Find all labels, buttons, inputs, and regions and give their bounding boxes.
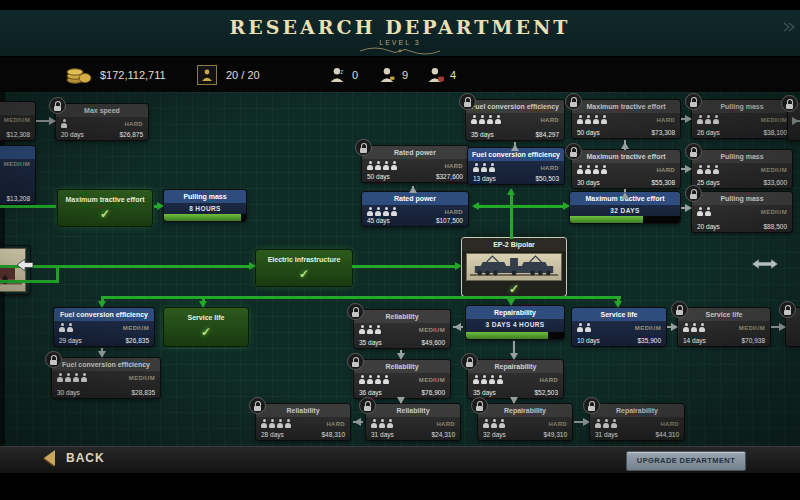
- connector-arrow: [792, 117, 800, 125]
- tech-node-ep2-bipolar[interactable]: EP-2 Bipolar✓: [462, 238, 566, 296]
- person-icon: [691, 323, 697, 332]
- tech-node-repairability-b1[interactable]: RepairabilityHARD32 days$49,310: [478, 404, 572, 440]
- tech-node-pulling-mass-t2[interactable]: Pulling massMEDIUM25 days$33,600: [692, 150, 792, 188]
- node-title: Pulling mass: [164, 190, 246, 203]
- node-title: Service life: [678, 308, 770, 321]
- node-title: Max speed: [56, 104, 148, 117]
- person-icon: [611, 419, 617, 428]
- tech-node-fuel-conversion-efficiency-b1[interactable]: Fuel conversion efficiencyMEDIUM29 days$…: [54, 308, 154, 346]
- duration-label: 50 days: [577, 129, 600, 136]
- tech-node-fuel-conversion-efficiency-t1[interactable]: Fuel conversion efficiencyHARD13 days$50…: [468, 148, 564, 184]
- person-icon: [593, 165, 599, 174]
- connector-line: [0, 265, 250, 268]
- person-icon: [489, 163, 495, 172]
- connector-arrow: [563, 202, 574, 210]
- tech-node-repairability-l1[interactable]: RepairabilityHARD35 days$52,503: [468, 360, 563, 398]
- lock-icon: [249, 397, 266, 414]
- node-title: EP-2 Bipolar: [462, 238, 566, 251]
- time-remaining-label: 8 HOURS: [164, 203, 246, 212]
- connector-arrow: [685, 204, 696, 212]
- person-icon: [261, 419, 267, 428]
- tech-node-reliability-b2[interactable]: ReliabilityHARD31 days$24,310: [366, 404, 460, 440]
- tech-node-reliability-l1[interactable]: ReliabilityMEDIUM35 days$49,600: [354, 310, 450, 348]
- tech-node-service-life-done[interactable]: Service life✓: [164, 308, 248, 346]
- tech-node-fuel-conversion-efficiency-t2[interactable]: Fuel conversion efficiencyHARD35 days$84…: [466, 100, 564, 140]
- time-remaining-label: 32 DAYS: [570, 205, 680, 214]
- connector-arrow: [510, 353, 518, 364]
- cost-label: $35,900: [638, 337, 662, 344]
- tech-node-repairability-b2[interactable]: RepairabilityHARD31 days$44,310: [590, 404, 684, 440]
- connector-arrow: [157, 202, 168, 210]
- researcher-icons: [473, 375, 503, 384]
- person-icon: [479, 115, 485, 124]
- cost-label: $76,900: [422, 389, 446, 396]
- node-title: [0, 102, 35, 115]
- person-icon: [705, 165, 711, 174]
- progress-bar: [466, 332, 564, 339]
- connector-arrow: [98, 351, 106, 362]
- lock-icon: [685, 185, 702, 202]
- tech-node-max-tractive-effort-done[interactable]: Maximum tractive effort✓: [58, 190, 152, 226]
- tech-node-service-life-t2[interactable]: Service lifeMEDIUM14 days$70,938: [678, 308, 770, 346]
- cost-label: $55,308: [652, 179, 676, 186]
- difficulty-label: HARD: [539, 377, 558, 383]
- person-icon: [391, 161, 397, 170]
- tech-node-service-life-t1[interactable]: Service lifeMEDIUM10 days$35,900: [572, 308, 666, 346]
- person-icon: [277, 419, 283, 428]
- person-icon: [473, 375, 479, 384]
- researcher-icons: [57, 373, 87, 382]
- node-title: Rated power: [362, 192, 468, 205]
- researcher-icons: [59, 323, 73, 332]
- person-icon: [495, 115, 501, 124]
- tech-node-electric-infrastructure[interactable]: Electric infrastructure✓: [256, 250, 352, 286]
- difficulty-label: HARD: [444, 163, 463, 169]
- lock-icon: [461, 353, 478, 370]
- connector-line: [474, 205, 566, 208]
- tech-node-repairability-progress[interactable]: Repairability3 DAYS 4 HOURS: [466, 306, 564, 339]
- lock-icon: [459, 93, 476, 110]
- person-icon: [367, 161, 373, 170]
- person-icon: [383, 207, 389, 216]
- connector-arrow: [249, 262, 260, 270]
- person-icon: [577, 323, 583, 332]
- tech-node-reliability-b1[interactable]: ReliabilityHARD28 days$48,310: [256, 404, 350, 440]
- upgrade-department-button[interactable]: UPGRADE DEPARTMENT: [626, 451, 746, 471]
- back-button[interactable]: BACK: [36, 450, 105, 466]
- tech-node-edge-left-2[interactable]: MEDIUM$13,208: [0, 146, 35, 204]
- tech-node-edge-left-1[interactable]: MEDIUM$12,308: [0, 102, 35, 140]
- cost-label: $49,600: [422, 339, 446, 346]
- person-icon: [375, 207, 381, 216]
- tech-node-pulling-mass-t3[interactable]: Pulling massMEDIUM26 days$38,100: [692, 100, 792, 138]
- person-icon: [375, 325, 381, 334]
- tech-node-max-speed[interactable]: Max speedHARD20 days$26,875: [56, 104, 148, 140]
- tech-node-pulling-mass-progress[interactable]: Pulling mass8 HOURS: [164, 190, 246, 221]
- tech-node-reliability-l2[interactable]: ReliabilityMEDIUM36 days$76,900: [354, 360, 450, 398]
- person-icon: [81, 373, 87, 382]
- lock-icon: [685, 93, 702, 110]
- person-icon: [585, 165, 591, 174]
- back-label: BACK: [66, 451, 105, 465]
- cost-label: $44,310: [656, 431, 680, 438]
- cost-label: $50,503: [536, 175, 560, 182]
- researcher-icons: [683, 323, 705, 332]
- tech-node-fuel-conversion-efficiency-b2[interactable]: Fuel conversion efficiencyMEDIUM30 days$…: [52, 358, 160, 398]
- connector-arrow: [621, 138, 629, 149]
- person-icon: [699, 323, 705, 332]
- lock-icon: [45, 351, 62, 368]
- tech-node-rated-power-t1[interactable]: Rated powerHARD45 days$107,500: [362, 192, 468, 226]
- check-icon: ✓: [58, 207, 152, 221]
- tech-node-pulling-mass-t1[interactable]: Pulling massMEDIUM20 days$88,500: [692, 192, 792, 232]
- tech-node-max-tractive-effort-t2[interactable]: Maximum tractive effortHARD30 days$55,30…: [572, 150, 680, 188]
- tech-node-max-tractive-effort-t3[interactable]: Maximum tractive effortHARD50 days$73,30…: [572, 100, 680, 138]
- duration-label: 26 days: [697, 129, 720, 136]
- person-icon: [713, 165, 719, 174]
- person-icon: [481, 163, 487, 172]
- locomotive-image: [466, 253, 562, 281]
- person-icon: [491, 419, 497, 428]
- researcher-icons: [473, 163, 495, 172]
- tech-node-rated-power-t2[interactable]: Rated powerHARD50 days$327,600: [362, 146, 468, 182]
- lock-icon: [779, 301, 796, 318]
- scroll-cursor-icon: [752, 256, 778, 274]
- researcher-icons: [261, 419, 291, 428]
- progress-bar: [570, 216, 680, 223]
